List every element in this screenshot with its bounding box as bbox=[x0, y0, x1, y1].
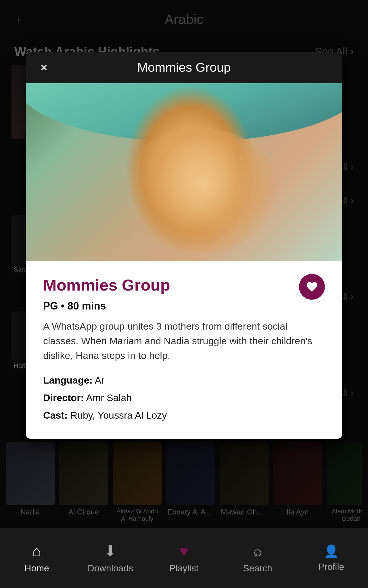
nav-home[interactable]: ⌂ Home bbox=[0, 542, 74, 574]
modal-info: Mommies Group PG • 80 mins A WhatsApp gr… bbox=[26, 261, 342, 439]
downloads-icon: ⬇ bbox=[104, 542, 117, 560]
language-label: Language: bbox=[43, 375, 93, 386]
movie-thumbnail bbox=[26, 83, 342, 261]
close-button[interactable]: × bbox=[40, 61, 48, 74]
nav-home-label: Home bbox=[24, 563, 49, 574]
modal-overlay: × Mommies Group Mommies Group PG • 80 mi… bbox=[0, 0, 368, 588]
nav-downloads[interactable]: ⬇ Downloads bbox=[74, 542, 147, 574]
language-row: Language: Ar bbox=[43, 372, 325, 389]
nav-search[interactable]: ⌕ Search bbox=[221, 542, 294, 574]
language-value: Ar bbox=[95, 375, 104, 386]
nav-profile[interactable]: 👤 Profile bbox=[294, 544, 368, 572]
movie-detail-modal: × Mommies Group Mommies Group PG • 80 mi… bbox=[26, 52, 342, 439]
movie-description: A WhatsApp group unites 3 mothers from d… bbox=[43, 319, 325, 363]
nav-playlist[interactable]: ♥ Playlist bbox=[147, 542, 221, 574]
heart-icon bbox=[306, 281, 318, 293]
modal-header: × Mommies Group bbox=[26, 52, 342, 83]
modal-title: Mommies Group bbox=[137, 60, 231, 75]
cast-row: Cast: Ruby, Youssra Al Lozy bbox=[43, 407, 325, 424]
movie-details: Language: Ar Director: Amr Salah Cast: R… bbox=[43, 372, 325, 424]
playlist-icon: ♥ bbox=[180, 542, 189, 560]
nav-profile-label: Profile bbox=[318, 562, 344, 572]
profile-icon: 👤 bbox=[324, 544, 339, 558]
director-value: Amr Salah bbox=[86, 392, 132, 403]
cast-label: Cast: bbox=[43, 410, 68, 421]
face-detail bbox=[121, 128, 279, 252]
movie-meta: PG • 80 mins bbox=[43, 300, 325, 312]
movie-name: Mommies Group bbox=[43, 276, 325, 294]
nav-downloads-label: Downloads bbox=[88, 563, 133, 574]
nav-playlist-label: Playlist bbox=[169, 563, 198, 574]
cast-value: Ruby, Youssra Al Lozy bbox=[70, 410, 167, 421]
favorite-button[interactable] bbox=[299, 274, 325, 300]
director-row: Director: Amr Salah bbox=[43, 389, 325, 407]
director-label: Director: bbox=[43, 392, 84, 403]
bottom-navigation: ⌂ Home ⬇ Downloads ♥ Playlist ⌕ Search 👤… bbox=[0, 528, 368, 588]
home-icon: ⌂ bbox=[32, 542, 41, 560]
search-icon: ⌕ bbox=[253, 542, 262, 560]
nav-search-label: Search bbox=[243, 563, 272, 574]
